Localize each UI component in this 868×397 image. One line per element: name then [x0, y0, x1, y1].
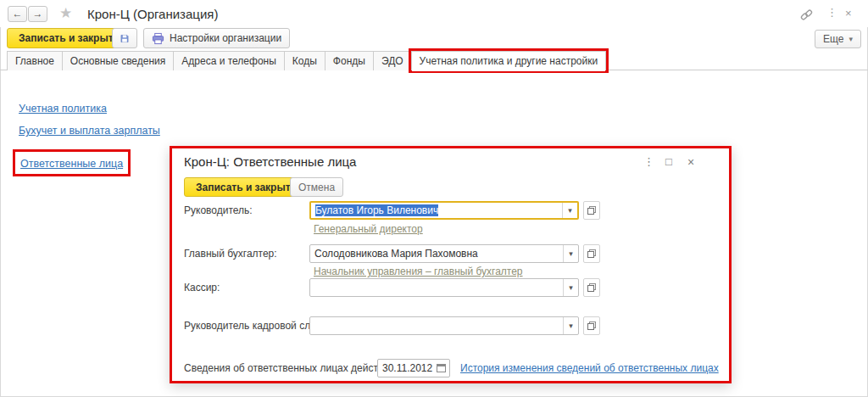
dialog-cancel-label: Отмена: [298, 182, 335, 193]
dialog-maximize-icon[interactable]: □: [665, 155, 672, 168]
dialog-more-icon[interactable]: ⋮: [643, 155, 654, 168]
page-title: Крон-Ц (Организация): [87, 7, 218, 21]
tab-fondy[interactable]: Фонды: [325, 51, 374, 70]
history-link[interactable]: История изменения сведений об ответствен…: [460, 362, 719, 374]
accountant-field[interactable]: Солодовникова Мария Пахомовна ▾: [309, 244, 579, 263]
forward-button[interactable]: →: [28, 6, 47, 22]
manager-position-link[interactable]: Генеральный директор: [314, 223, 423, 235]
tab-edo[interactable]: ЭДО: [373, 51, 412, 70]
tab-label: Фонды: [333, 55, 365, 67]
hr-head-open-button[interactable]: [583, 316, 600, 335]
accountant-value: Солодовникова Мария Пахомовна: [310, 248, 563, 260]
tab-strip: Главное Основные сведения Адреса и телеф…: [7, 50, 868, 70]
link-responsible-persons[interactable]: Ответственные лица: [20, 158, 123, 170]
annotation-frame-responsible-persons: Ответственные лица: [13, 149, 131, 176]
cashier-field[interactable]: ▾: [309, 278, 579, 297]
more-menu-icon[interactable]: ⋮: [826, 6, 837, 19]
effective-date-value: 30.11.2012: [378, 362, 437, 374]
open-form-icon: [587, 283, 596, 292]
tab-label: Учетная политика и другие настройки: [420, 55, 598, 67]
effective-date-field[interactable]: 30.11.2012: [377, 359, 450, 377]
cashier-open-button[interactable]: [583, 278, 600, 297]
dialog-save-label: Записать и закрыть: [196, 182, 297, 193]
app-window: { "colors": { "accent_yellow": "#fbdf31"…: [0, 0, 868, 397]
tab-uchetnaya-politika[interactable]: Учетная политика и другие настройки: [411, 51, 607, 70]
save-button[interactable]: [112, 28, 137, 48]
save-and-close-label: Записать и закрыть: [19, 32, 120, 44]
command-bar: Записать и закрыть Настройки организации…: [0, 27, 868, 49]
open-form-icon: [587, 206, 596, 215]
floppy-disk-icon: [120, 32, 129, 45]
calendar-icon[interactable]: [437, 364, 446, 372]
manager-value: Булатов Игорь Виленович: [315, 204, 438, 216]
manager-label: Руководитель:: [184, 204, 253, 216]
accountant-label: Главный бухгалтер:: [184, 248, 277, 260]
dialog-title: Крон-Ц: Ответственные лица: [184, 154, 356, 169]
tab-label: Адреса и телефоны: [181, 55, 276, 67]
title-bar: ← → ★ Крон-Ц (Организация) ⋮ ×: [0, 0, 868, 27]
dialog-close-icon[interactable]: ×: [687, 155, 694, 169]
org-settings-label: Настройки организации: [170, 32, 281, 44]
manager-dropdown-icon[interactable]: ▾: [562, 203, 577, 218]
back-arrow-icon: ←: [13, 8, 23, 20]
accountant-open-button[interactable]: [583, 244, 600, 263]
tab-label: ЭДО: [381, 55, 403, 67]
favorite-star-icon[interactable]: ★: [59, 4, 72, 22]
manager-open-button[interactable]: [583, 201, 600, 220]
forward-arrow-icon: →: [33, 8, 43, 20]
open-form-icon: [587, 322, 596, 330]
link-payroll-accounting[interactable]: Бухучет и выплата зарплаты: [19, 125, 160, 137]
more-label: Еще: [823, 33, 843, 45]
org-settings-button[interactable]: Настройки организации: [143, 28, 290, 48]
accountant-position-link[interactable]: Начальник управления – главный бухгалтер: [314, 266, 523, 277]
tab-adresa-i-telefony[interactable]: Адреса и телефоны: [173, 51, 285, 70]
tab-kody[interactable]: Коды: [284, 51, 326, 70]
manager-field[interactable]: Булатов Игорь Виленович ▾: [309, 201, 579, 220]
more-button[interactable]: Еще ▾: [815, 30, 861, 48]
cashier-label: Кассир:: [184, 282, 220, 294]
responsible-persons-dialog: Крон-Ц: Ответственные лица ⋮ □ × Записат…: [170, 146, 732, 383]
accountant-dropdown-icon[interactable]: ▾: [563, 245, 578, 262]
tab-glavnoe[interactable]: Главное: [7, 51, 63, 70]
tab-label: Главное: [15, 55, 54, 67]
hr-head-dropdown-icon[interactable]: ▾: [563, 317, 578, 334]
open-form-icon: [587, 249, 596, 258]
link-accounting-policy[interactable]: Учетная политика: [19, 103, 107, 115]
printer-icon: [152, 32, 164, 45]
tab-label: Основные сведения: [70, 55, 165, 67]
tab-label: Коды: [292, 55, 317, 67]
get-link-icon[interactable]: [800, 8, 813, 21]
close-window-icon[interactable]: ×: [845, 7, 852, 20]
back-button[interactable]: ←: [8, 6, 27, 22]
hr-head-field[interactable]: ▾: [309, 316, 579, 335]
dialog-cancel-button[interactable]: Отмена: [290, 177, 343, 197]
tab-osnovnye-svedeniya[interactable]: Основные сведения: [62, 51, 174, 70]
cashier-dropdown-icon[interactable]: ▾: [563, 279, 578, 296]
chevron-down-icon: ▾: [849, 35, 853, 43]
